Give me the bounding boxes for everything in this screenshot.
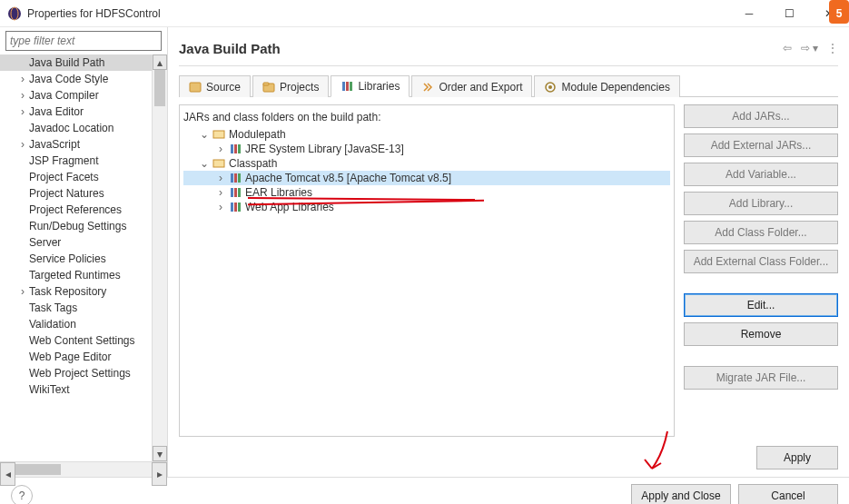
tab-projects[interactable]: Projects — [252, 75, 329, 97]
sidebar-item[interactable]: ›Task Repository — [0, 283, 152, 300]
tab-libraries[interactable]: Libraries — [331, 75, 410, 97]
sidebar-item[interactable]: ›Java Compiler — [0, 87, 152, 104]
expand-icon[interactable]: › — [216, 172, 225, 184]
sidebar-tree[interactable]: Java Build Path›Java Code Style›Java Com… — [0, 54, 152, 461]
tab-source[interactable]: Source — [179, 75, 251, 97]
add-external-jars-button[interactable]: Add External JARs... — [684, 133, 838, 157]
sidebar-item[interactable]: Task Tags — [0, 300, 152, 316]
sidebar-item-label: Task Repository — [29, 285, 106, 298]
add-external-class-folder-button[interactable]: Add External Class Folder... — [684, 250, 838, 273]
sidebar-item[interactable]: ›JavaScript — [0, 136, 152, 153]
add-class-folder-button[interactable]: Add Class Folder... — [684, 221, 838, 244]
tab-label: Module Dependencies — [561, 81, 669, 94]
order-icon — [421, 81, 434, 94]
expand-icon[interactable]: › — [216, 143, 225, 155]
edit-button[interactable]: Edit... — [684, 293, 838, 317]
sidebar-item[interactable]: WikiText — [0, 381, 152, 398]
svg-point-0 — [8, 7, 21, 20]
sidebar-item[interactable]: Project References — [0, 202, 152, 218]
tab-order-export[interactable]: Order and Export — [411, 75, 532, 97]
forward-icon[interactable]: ⇨ ▾ — [801, 42, 818, 54]
sidebar-item[interactable]: Web Content Settings — [0, 332, 152, 349]
sidebar-item[interactable]: Javadoc Location — [0, 120, 152, 136]
sidebar-item[interactable]: ›Java Code Style — [0, 71, 152, 87]
page-title: Java Build Path — [179, 41, 783, 56]
expand-icon[interactable]: › — [18, 105, 27, 118]
sidebar-item[interactable]: JSP Fragment — [0, 153, 152, 169]
maximize-button[interactable]: ☐ — [769, 1, 809, 26]
tomcat-node[interactable]: › Apache Tomcat v8.5 [Apache Tomcat v8.5… — [183, 171, 670, 185]
expand-icon[interactable]: › — [18, 73, 27, 85]
add-jars-button[interactable]: Add JARs... — [684, 104, 838, 128]
tab-module-deps[interactable]: Module Dependencies — [534, 75, 679, 97]
scroll-thumb[interactable] — [154, 70, 165, 106]
sidebar-item-label: Java Editor — [29, 105, 84, 118]
scroll-left-icon[interactable]: ◂ — [0, 462, 15, 486]
migrate-jar-button[interactable]: Migrate JAR File... — [684, 366, 838, 390]
remove-button[interactable]: Remove — [684, 322, 838, 346]
sidebar-item-label: Targeted Runtimes — [29, 269, 121, 282]
sidebar-scrollbar[interactable]: ▴ ▾ — [152, 54, 167, 461]
scroll-down-icon[interactable]: ▾ — [153, 446, 167, 461]
source-icon — [189, 81, 202, 94]
sidebar-item[interactable]: Web Page Editor — [0, 349, 152, 365]
sidebar-item-label: Web Project Settings — [29, 367, 131, 380]
svg-rect-14 — [213, 160, 224, 167]
sidebar-item[interactable]: Run/Debug Settings — [0, 218, 152, 234]
scroll-up-icon[interactable]: ▴ — [153, 54, 167, 70]
annotation-arrow — [627, 427, 681, 481]
sidebar-item-label: Task Tags — [29, 301, 77, 314]
svg-rect-20 — [238, 188, 241, 197]
libraries-description: JARs and class folders on the build path… — [183, 111, 670, 124]
filter-input[interactable] — [5, 31, 162, 51]
sidebar-item[interactable]: Web Project Settings — [0, 365, 152, 381]
sidebar-item[interactable]: Java Build Path — [0, 54, 152, 71]
expand-icon[interactable]: › — [18, 285, 27, 298]
sidebar-item[interactable]: ›Java Editor — [0, 104, 152, 120]
expand-icon[interactable]: › — [18, 138, 27, 151]
sidebar-item[interactable]: Server — [0, 234, 152, 251]
sidebar-item[interactable]: Targeted Runtimes — [0, 267, 152, 283]
svg-rect-4 — [263, 83, 269, 85]
expand-icon[interactable]: ⌄ — [200, 157, 209, 170]
menu-icon[interactable]: ⋮ — [827, 42, 838, 54]
libraries-tree[interactable]: JARs and class folders on the build path… — [179, 104, 675, 437]
modulepath-node[interactable]: ⌄ Modulepath — [183, 127, 670, 142]
svg-rect-13 — [238, 144, 241, 153]
tab-label: Libraries — [358, 80, 400, 93]
container-icon — [212, 157, 225, 170]
expand-icon[interactable]: › — [216, 186, 225, 199]
sidebar-item-label: Java Compiler — [29, 89, 99, 102]
svg-rect-16 — [234, 173, 237, 183]
help-button[interactable]: ? — [11, 485, 33, 505]
apply-close-button[interactable]: Apply and Close — [631, 484, 731, 505]
svg-rect-12 — [234, 144, 237, 153]
expand-icon[interactable]: › — [18, 89, 27, 102]
sidebar-item-label: Web Page Editor — [29, 351, 112, 363]
jre-node[interactable]: › JRE System Library [JavaSE-13] — [183, 142, 670, 156]
node-label: Classpath — [229, 157, 277, 170]
sidebar-item[interactable]: Project Natures — [0, 185, 152, 202]
sidebar-item[interactable]: Service Policies — [0, 251, 152, 267]
svg-point-9 — [548, 85, 552, 89]
hscroll-thumb[interactable] — [15, 464, 61, 475]
expand-icon[interactable]: › — [216, 201, 225, 213]
sidebar-hscroll[interactable]: ◂ ▸ — [0, 461, 167, 477]
sidebar-item-label: Web Content Settings — [29, 334, 135, 347]
classpath-node[interactable]: ⌄ Classpath — [183, 156, 670, 171]
add-library-button[interactable]: Add Library... — [684, 192, 838, 215]
minimize-button[interactable]: ─ — [729, 1, 769, 26]
apply-button[interactable]: Apply — [756, 446, 838, 469]
sidebar-item-label: Project Facets — [29, 171, 99, 183]
add-variable-button[interactable]: Add Variable... — [684, 163, 838, 186]
sidebar-item[interactable]: Validation — [0, 316, 152, 332]
sidebar-item-label: JSP Fragment — [29, 154, 98, 167]
sidebar-item[interactable]: Project Facets — [0, 169, 152, 185]
eclipse-icon — [7, 6, 22, 21]
expand-icon[interactable]: ⌄ — [200, 128, 209, 141]
scroll-right-icon[interactable]: ▸ — [152, 462, 167, 486]
cancel-button[interactable]: Cancel — [738, 484, 838, 505]
library-icon — [229, 201, 242, 213]
tabs: Source Projects Libraries Order and Expo… — [179, 75, 838, 97]
back-icon[interactable]: ⇦ — [783, 42, 792, 54]
